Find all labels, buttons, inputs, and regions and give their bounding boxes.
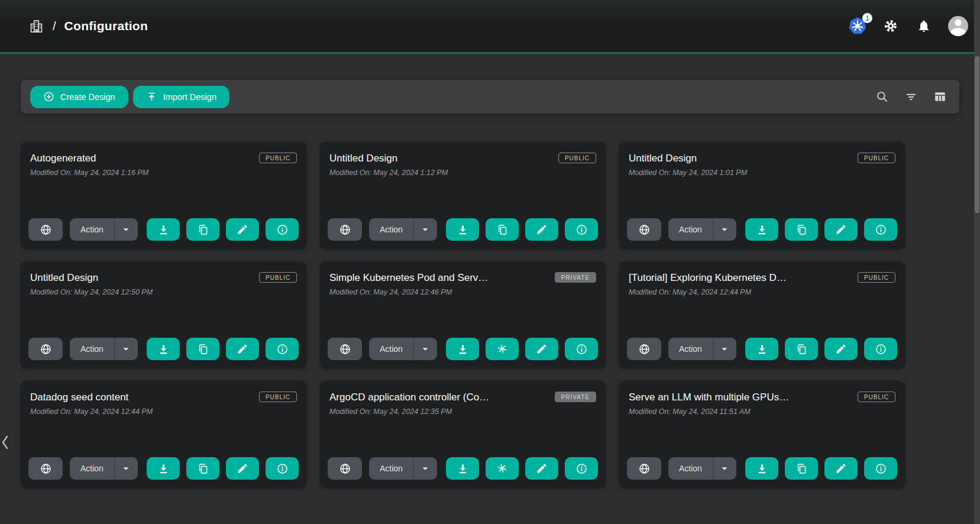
- download-button[interactable]: [446, 218, 479, 241]
- edit-button[interactable]: [226, 457, 259, 480]
- edit-button[interactable]: [525, 218, 558, 241]
- clone-button[interactable]: [785, 338, 818, 360]
- action-split-button[interactable]: Action: [369, 338, 437, 360]
- info-button[interactable]: [565, 457, 598, 480]
- download-button[interactable]: [745, 338, 778, 360]
- download-button[interactable]: [745, 457, 778, 480]
- scrollbar-thumb[interactable]: [975, 56, 979, 213]
- chevron-down-icon[interactable]: [115, 457, 138, 480]
- breadcrumb: / Configuration: [28, 18, 148, 34]
- visibility-globe-button[interactable]: [28, 218, 63, 241]
- action-button[interactable]: Action: [369, 218, 414, 241]
- globe-icon: [638, 462, 651, 475]
- info-button[interactable]: [266, 457, 299, 480]
- download-button[interactable]: [446, 338, 479, 360]
- kubernetes-context-button[interactable]: 1: [849, 17, 866, 35]
- action-button[interactable]: Action: [668, 218, 713, 241]
- edit-button[interactable]: [824, 338, 858, 360]
- action-split-button[interactable]: Action: [369, 457, 437, 480]
- info-button[interactable]: [565, 338, 598, 360]
- chevron-down-icon[interactable]: [115, 338, 138, 360]
- visibility-globe-button[interactable]: [28, 338, 63, 360]
- chevron-down-icon[interactable]: [414, 218, 437, 241]
- action-split-button[interactable]: Action: [369, 218, 437, 241]
- edit-button[interactable]: [525, 338, 558, 360]
- chevron-down-icon[interactable]: [713, 457, 736, 480]
- import-design-button[interactable]: Import Design: [133, 86, 229, 108]
- action-split-button[interactable]: Action: [668, 218, 736, 241]
- gear-icon: [883, 18, 898, 34]
- design-card: [Tutorial] Exploring Kubernetes D… PUBLI…: [619, 261, 905, 368]
- action-split-button[interactable]: Action: [668, 457, 736, 480]
- swirl-icon: [496, 342, 509, 355]
- table-view-button[interactable]: [931, 88, 949, 106]
- info-button[interactable]: [565, 218, 598, 241]
- action-button[interactable]: Action: [668, 457, 713, 480]
- chevron-down-icon[interactable]: [414, 338, 437, 360]
- action-split-button[interactable]: Action: [668, 338, 736, 360]
- clone-button[interactable]: [186, 457, 219, 480]
- edit-button[interactable]: [226, 218, 259, 241]
- organization-building-icon[interactable]: [28, 18, 44, 34]
- info-icon: [575, 462, 588, 475]
- visibility-badge: PRIVATE: [555, 392, 596, 402]
- clone-button[interactable]: [486, 338, 519, 360]
- edit-button[interactable]: [226, 338, 259, 360]
- visibility-globe-button[interactable]: [627, 218, 661, 241]
- designs-toolbar: Create Design Import Design: [21, 80, 959, 114]
- visibility-globe-button[interactable]: [627, 457, 661, 480]
- visibility-globe-button[interactable]: [328, 338, 362, 360]
- download-button[interactable]: [147, 338, 180, 360]
- create-design-button[interactable]: Create Design: [30, 86, 128, 108]
- clone-button[interactable]: [785, 457, 818, 480]
- action-button[interactable]: Action: [668, 338, 713, 360]
- visibility-globe-button[interactable]: [627, 338, 661, 360]
- clone-button[interactable]: [486, 218, 519, 241]
- download-button[interactable]: [745, 218, 778, 241]
- action-button[interactable]: Action: [369, 457, 414, 480]
- info-icon: [875, 224, 887, 236]
- visibility-globe-button[interactable]: [328, 457, 362, 480]
- clone-button[interactable]: [186, 218, 219, 241]
- info-button[interactable]: [864, 218, 897, 241]
- filter-button[interactable]: [902, 88, 920, 106]
- edit-button[interactable]: [525, 457, 558, 480]
- visibility-globe-button[interactable]: [28, 457, 63, 480]
- action-button[interactable]: Action: [369, 338, 414, 360]
- visibility-globe-button[interactable]: [328, 218, 362, 241]
- action-button[interactable]: Action: [70, 218, 115, 241]
- upload-icon: [146, 91, 157, 102]
- info-button[interactable]: [864, 338, 897, 360]
- chevron-down-icon[interactable]: [115, 218, 138, 241]
- info-button[interactable]: [266, 338, 299, 360]
- chevron-down-icon[interactable]: [414, 457, 437, 480]
- settings-button[interactable]: [882, 17, 900, 35]
- action-split-button[interactable]: Action: [70, 338, 138, 360]
- edit-button[interactable]: [824, 457, 858, 480]
- action-button[interactable]: Action: [70, 338, 115, 360]
- chevron-down-icon[interactable]: [713, 338, 736, 360]
- download-button[interactable]: [147, 457, 180, 480]
- download-button[interactable]: [147, 218, 180, 241]
- action-split-button[interactable]: Action: [70, 218, 138, 241]
- clone-button[interactable]: [486, 457, 519, 480]
- user-avatar[interactable]: [948, 16, 968, 36]
- page-scrollbar[interactable]: [974, 0, 980, 524]
- clone-button[interactable]: [186, 338, 219, 360]
- visibility-badge: PUBLIC: [858, 153, 895, 163]
- collapse-drawer-button[interactable]: [1, 434, 12, 451]
- clone-button[interactable]: [785, 218, 818, 241]
- search-button[interactable]: [873, 88, 891, 106]
- action-split-button[interactable]: Action: [70, 457, 138, 480]
- download-icon: [157, 462, 170, 475]
- info-button[interactable]: [864, 457, 897, 480]
- download-button[interactable]: [446, 457, 479, 480]
- pencil-icon: [835, 462, 847, 474]
- edit-button[interactable]: [824, 218, 858, 241]
- globe-icon: [638, 343, 651, 355]
- chevron-down-icon[interactable]: [713, 218, 736, 241]
- notifications-button[interactable]: [915, 17, 933, 35]
- action-button[interactable]: Action: [70, 457, 115, 480]
- visibility-badge: PUBLIC: [259, 392, 297, 402]
- info-button[interactable]: [266, 218, 299, 241]
